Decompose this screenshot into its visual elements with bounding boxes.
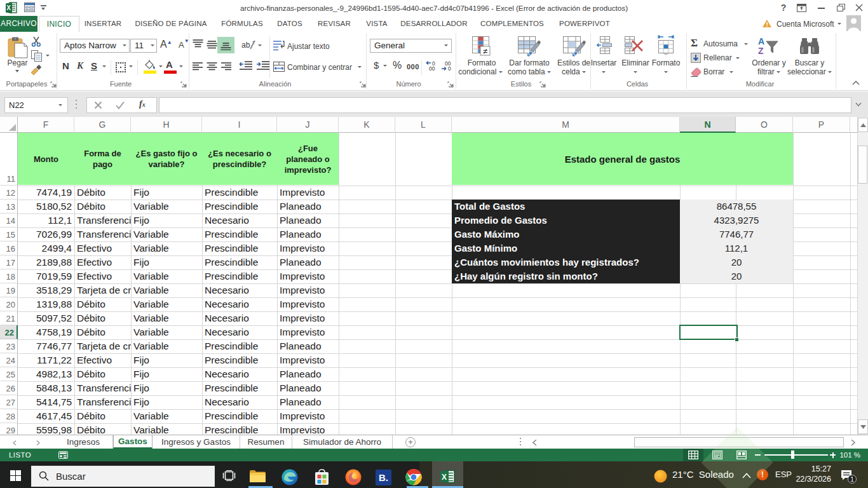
- svg-text:A: A: [758, 36, 764, 46]
- svg-text:X: X: [442, 473, 447, 482]
- svg-text:ab: ab: [241, 41, 250, 50]
- svg-text:≠: ≠: [483, 46, 487, 56]
- svg-text:00: 00: [429, 65, 435, 72]
- svg-text:0: 0: [448, 65, 451, 72]
- svg-text:Z: Z: [758, 46, 764, 56]
